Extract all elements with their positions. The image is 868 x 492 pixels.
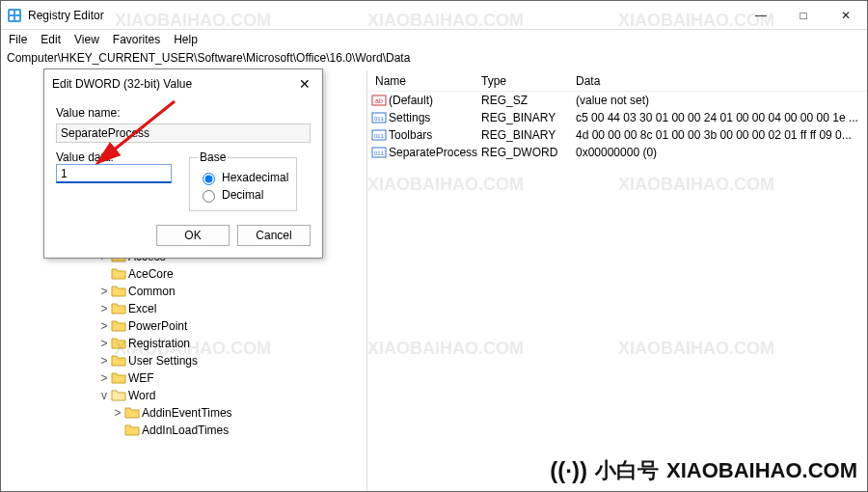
watermark-logo: ((·)) 小白号 XIAOBAIHAO.COM [550, 456, 857, 485]
base-legend: Base [198, 150, 228, 164]
close-button[interactable]: ✕ [825, 1, 867, 30]
regedit-icon [7, 8, 22, 23]
tree-item-wef[interactable]: >WEF [1, 369, 366, 387]
tree-item-addineventtimes[interactable]: >AddinEventTimes [1, 404, 366, 422]
col-type[interactable]: Type [481, 74, 576, 88]
expand-icon[interactable]: > [97, 337, 111, 350]
address-bar[interactable]: Computer\HKEY_CURRENT_USER\Software\Micr… [1, 49, 867, 68]
registry-editor-window: XIAOBAIHAO.COM XIAOBAIHAO.COM XIAOBAIHAO… [0, 0, 868, 492]
tree-item-acecore[interactable]: AceCore [1, 265, 366, 283]
svg-rect-3 [10, 16, 14, 20]
list-row[interactable]: 011ToolbarsREG_BINARY4d 00 00 00 8c 01 0… [367, 126, 867, 144]
edit-dword-dialog: Edit DWORD (32-bit) Value ✕ Value name: … [43, 68, 323, 259]
expand-icon[interactable]: > [97, 371, 111, 385]
col-data[interactable]: Data [576, 74, 867, 88]
expand-icon[interactable]: v [97, 389, 111, 402]
value-name-label: Value name: [56, 106, 311, 120]
value-data-input[interactable] [56, 164, 172, 183]
ok-button[interactable]: OK [156, 225, 230, 246]
value-data-label: Value data: [56, 150, 172, 164]
base-fieldset: Base Hexadecimal Decimal [189, 150, 297, 211]
menu-view[interactable]: View [74, 33, 99, 46]
svg-rect-1 [10, 11, 14, 14]
titlebar: Registry Editor — □ ✕ [1, 1, 867, 30]
menubar: File Edit View Favorites Help [1, 30, 867, 49]
window-title: Registry Editor [28, 9, 104, 22]
tree-item-addinloadtimes[interactable]: AddInLoadTimes [1, 422, 366, 439]
svg-rect-2 [15, 11, 19, 14]
tree-item-powerpoint[interactable]: >PowerPoint [1, 317, 366, 335]
radio-hex[interactable]: Hexadecimal [198, 170, 288, 185]
svg-text:011: 011 [374, 133, 385, 139]
expand-icon[interactable]: > [97, 285, 111, 298]
list-header: Name Type Data [367, 70, 867, 92]
expand-icon[interactable]: > [97, 302, 111, 315]
menu-favorites[interactable]: Favorites [113, 33, 160, 46]
cancel-button[interactable]: Cancel [237, 225, 311, 246]
broadcast-icon: ((·)) [550, 457, 587, 484]
expand-icon[interactable]: > [111, 406, 124, 420]
tree-item-excel[interactable]: >Excel [1, 300, 366, 317]
dialog-title: Edit DWORD (32-bit) Value [52, 77, 192, 91]
list-row[interactable]: 011SeparateProcessREG_DWORD0x00000000 (0… [367, 144, 867, 161]
tree-item-user-settings[interactable]: >User Settings [1, 352, 366, 369]
menu-file[interactable]: File [9, 33, 27, 46]
list-row[interactable]: 011SettingsREG_BINARYc5 00 44 03 30 01 0… [367, 109, 867, 126]
tree-item-registration[interactable]: >Registration [1, 335, 366, 352]
menu-help[interactable]: Help [174, 33, 198, 46]
minimize-button[interactable]: — [740, 1, 782, 30]
radio-dec[interactable]: Decimal [198, 187, 288, 203]
expand-icon[interactable]: > [97, 319, 111, 333]
dialog-close-button[interactable]: ✕ [295, 76, 314, 92]
tree-item-word[interactable]: vWord [1, 387, 366, 404]
list-pane[interactable]: Name Type Data ab(Default)REG_SZ(value n… [367, 70, 867, 491]
svg-text:ab: ab [375, 97, 383, 104]
col-name[interactable]: Name [371, 74, 481, 88]
tree-item-common[interactable]: >Common [1, 283, 366, 300]
value-name-field: SeparateProcess [56, 123, 311, 143]
maximize-button[interactable]: □ [782, 1, 825, 30]
list-row[interactable]: ab(Default)REG_SZ(value not set) [367, 92, 867, 109]
expand-icon[interactable]: > [97, 354, 111, 368]
svg-text:011: 011 [374, 150, 385, 156]
svg-rect-4 [15, 16, 19, 20]
menu-edit[interactable]: Edit [41, 33, 61, 46]
svg-text:011: 011 [374, 116, 385, 122]
